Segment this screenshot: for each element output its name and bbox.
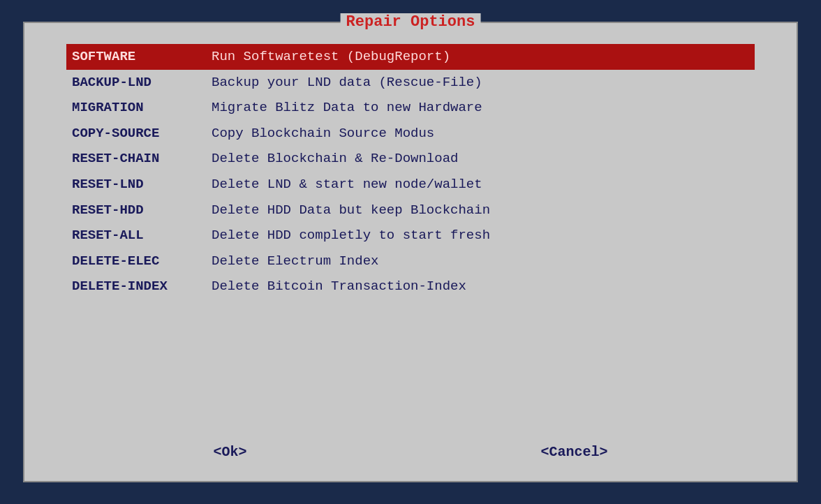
menu-item-key: MIGRATION [72, 98, 212, 117]
menu-item[interactable]: DELETE-ELECDelete Electrum Index [66, 249, 755, 274]
menu-item-key: DELETE-INDEX [72, 277, 212, 296]
menu-item-key: SOFTWARE [72, 47, 212, 66]
menu-item[interactable]: RESET-HDDDelete HDD Data but keep Blockc… [66, 198, 755, 223]
menu-item-key: RESET-ALL [72, 226, 212, 245]
menu-item-description: Delete LND & start new node/wallet [212, 175, 482, 194]
dialog-content: SOFTWARERun Softwaretest (DebugReport)BA… [24, 23, 797, 430]
menu-item-key: RESET-LND [72, 175, 212, 194]
menu-item[interactable]: COPY-SOURCECopy Blockchain Source Modus [66, 121, 755, 147]
menu-item-description: Migrate Blitz Data to new Hardware [212, 98, 482, 117]
ok-button[interactable]: <Ok> [213, 444, 246, 460]
menu-item-key: DELETE-ELEC [72, 252, 212, 271]
menu-item-description: Delete Blockchain & Re-Download [212, 149, 458, 168]
dialog-box: Repair Options SOFTWARERun Softwaretest … [23, 22, 798, 482]
cancel-button[interactable]: <Cancel> [540, 444, 607, 460]
menu-item[interactable]: RESET-LNDDelete LND & start new node/wal… [66, 172, 755, 198]
menu-item-description: Delete HDD Data but keep Blockchain [212, 201, 490, 220]
menu-item[interactable]: MIGRATIONMigrate Blitz Data to new Hardw… [66, 95, 755, 121]
menu-item-description: Run Softwaretest (DebugReport) [212, 47, 450, 66]
terminal-background: Repair Options SOFTWARERun Softwaretest … [0, 0, 821, 504]
title-line-right [486, 22, 626, 23]
menu-item-description: Backup your LND data (Rescue-File) [212, 73, 482, 92]
menu-item-key: BACKUP-LND [72, 73, 212, 92]
menu-item[interactable]: DELETE-INDEXDelete Bitcoin Transaction-I… [66, 274, 755, 299]
menu-item[interactable]: SOFTWARERun Softwaretest (DebugReport) [66, 44, 755, 70]
menu-item-key: RESET-CHAIN [72, 149, 212, 168]
dialog-title-bar: Repair Options [195, 13, 626, 31]
menu-list: SOFTWARERun Softwaretest (DebugReport)BA… [66, 44, 755, 416]
dialog-buttons: <Ok> <Cancel> [24, 430, 797, 481]
dialog-title: Repair Options [341, 13, 481, 31]
menu-item[interactable]: BACKUP-LNDBackup your LND data (Rescue-F… [66, 70, 755, 96]
menu-item[interactable]: RESET-ALLDelete HDD completly to start f… [66, 223, 755, 249]
menu-item-description: Copy Blockchain Source Modus [212, 124, 434, 143]
menu-item-description: Delete HDD completly to start fresh [212, 226, 490, 245]
menu-item-key: COPY-SOURCE [72, 124, 212, 143]
title-line-left [195, 22, 335, 23]
menu-item-description: Delete Electrum Index [212, 252, 378, 271]
menu-item[interactable]: RESET-CHAINDelete Blockchain & Re-Downlo… [66, 146, 755, 172]
menu-item-key: RESET-HDD [72, 201, 212, 220]
menu-item-description: Delete Bitcoin Transaction-Index [212, 277, 466, 296]
